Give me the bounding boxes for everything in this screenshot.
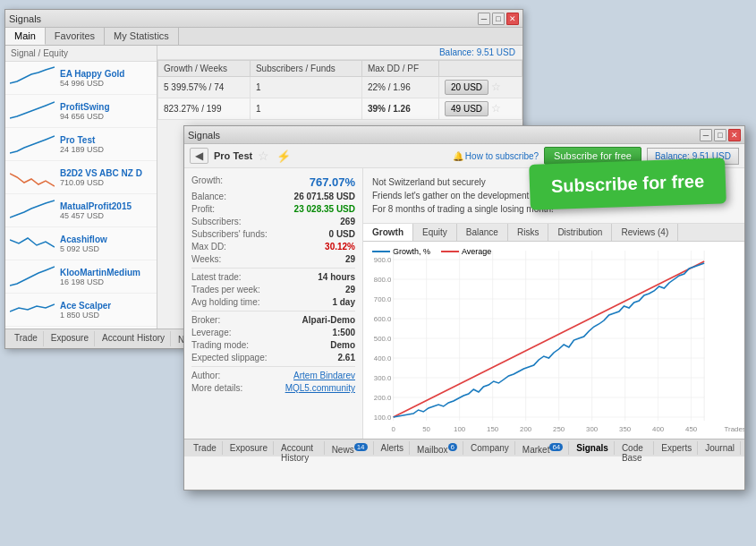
signal-name: Acashiflow xyxy=(60,235,107,244)
subscribe-overlay-button[interactable]: Subscribe for free xyxy=(529,158,726,210)
favorite-star-icon[interactable]: ☆ xyxy=(258,149,269,163)
front-window-controls: ─ □ ✕ xyxy=(700,129,741,141)
detail-body: Growth: 767.07% Balance: 26 071.58 USD P… xyxy=(184,168,744,439)
bottom-tab-trade[interactable]: Trade xyxy=(188,441,223,455)
bottom-tab-mailbox[interactable]: Mailbox6 xyxy=(412,441,463,455)
svg-text:450: 450 xyxy=(685,425,697,432)
table-row: 5 399.57% / 74 1 22% / 1.96 20 USD ☆ xyxy=(158,77,522,98)
profit-value: 23 028.35 USD xyxy=(294,204,355,214)
bottom-tab-experts[interactable]: Experts xyxy=(656,441,698,455)
maximize-button[interactable]: □ xyxy=(492,13,505,25)
bottom-tab-market[interactable]: Market64 xyxy=(517,441,569,455)
svg-text:800.0: 800.0 xyxy=(374,276,392,283)
stat-row-trading-mode: Trading mode: Demo xyxy=(191,340,355,350)
signal-info: KlooMartinMedium 16 198 USD xyxy=(60,268,140,286)
stat-row-sub-funds: Subscribers' funds: 0 USD xyxy=(191,229,355,239)
tab-favorites[interactable]: Favorites xyxy=(46,28,105,45)
stat-row-more-details: More details: MQL5.community xyxy=(191,383,355,393)
close-button[interactable]: ✕ xyxy=(728,129,741,141)
subscribe-price-button[interactable]: 20 USD xyxy=(445,80,488,95)
list-item[interactable]: B2D2 VS ABC NZ D 710.09 USD xyxy=(5,161,157,194)
trading-mode-value: Demo xyxy=(330,340,355,350)
signal-name: EA Happy Gold xyxy=(60,69,124,79)
chart-tab-risks[interactable]: Risks xyxy=(508,224,548,241)
more-details-label: More details: xyxy=(191,383,242,393)
market-badge: 64 xyxy=(549,443,563,451)
minimize-button[interactable]: ─ xyxy=(478,13,490,25)
signal-name: ProfitSwing xyxy=(60,102,110,112)
chart-tab-equity[interactable]: Equity xyxy=(413,224,457,241)
trading-mode-label: Trading mode: xyxy=(191,340,249,350)
svg-text:350: 350 xyxy=(619,425,631,432)
how-to-subscribe-link[interactable]: 🔔 How to subscribe? xyxy=(453,151,539,161)
chart-mini-icon xyxy=(10,132,55,157)
subscribe-price-button[interactable]: 49 USD xyxy=(445,101,488,116)
stat-row-author: Author: Artem Bindarev xyxy=(191,371,355,380)
list-item[interactable]: MatualProfit2015 45 457 USD xyxy=(5,194,157,227)
chart-tab-balance[interactable]: Balance xyxy=(457,224,508,241)
signal-value: 5 092 USD xyxy=(60,244,107,253)
maximize-button[interactable]: □ xyxy=(714,129,726,141)
list-item[interactable]: Pro Test 24 189 USD xyxy=(5,128,157,161)
bottom-tab-trade[interactable]: Trade xyxy=(9,331,44,346)
signal-value: 24 189 USD xyxy=(60,145,104,154)
minimize-button[interactable]: ─ xyxy=(700,129,712,141)
list-item[interactable]: EA Happy Gold 54 996 USD xyxy=(5,62,157,95)
svg-text:600.0: 600.0 xyxy=(374,315,392,322)
chart-tab-distribution[interactable]: Distribution xyxy=(548,224,612,241)
list-item[interactable]: KlooMartinMedium 16 198 USD xyxy=(5,260,157,294)
signal-name: Pro Test xyxy=(60,135,104,145)
stat-row-subscribers: Subscribers: 269 xyxy=(191,217,355,226)
author-link[interactable]: Artem Bindarev xyxy=(293,371,355,380)
bottom-tab-account-history[interactable]: Account History xyxy=(276,441,325,455)
back-window-titlebar: Signals ─ □ ✕ xyxy=(5,10,522,28)
bottom-tab-news[interactable]: News14 xyxy=(327,441,374,455)
bottom-tab-account-history[interactable]: Account History xyxy=(97,331,171,346)
chart-mini-icon xyxy=(10,165,55,190)
signal-icon: ⚡ xyxy=(276,149,291,163)
trades-per-week-value: 29 xyxy=(345,285,355,294)
back-window-controls: ─ □ ✕ xyxy=(478,13,519,25)
favorite-star-icon[interactable]: ☆ xyxy=(491,102,501,115)
favorite-star-icon[interactable]: ☆ xyxy=(491,81,501,93)
list-item[interactable]: Acashiflow 5 092 USD xyxy=(5,227,157,260)
chart-area: Growth, % Average xyxy=(363,242,744,439)
close-button[interactable]: ✕ xyxy=(506,13,519,25)
list-item[interactable]: Ace Scalper 1 850 USD xyxy=(5,294,157,327)
signal-info: B2D2 VS ABC NZ D 710.09 USD xyxy=(60,168,142,187)
bottom-tab-exposure[interactable]: Exposure xyxy=(46,331,95,346)
chart-tab-reviews[interactable]: Reviews (4) xyxy=(612,224,678,241)
signal-name: B2D2 VS ABC NZ D xyxy=(60,168,142,178)
signal-name: Ace Scalper xyxy=(60,301,111,311)
svg-text:300.0: 300.0 xyxy=(374,374,392,381)
growth-weeks-cell: 5 399.57% / 74 xyxy=(158,77,251,98)
bottom-tab-alerts[interactable]: Alerts xyxy=(376,441,411,455)
list-item[interactable]: ProfitSwing 94 656 USD xyxy=(5,95,157,128)
signal-info: EA Happy Gold 54 996 USD xyxy=(60,69,124,88)
col-subscribers-funds: Subscribers / Funds xyxy=(250,61,361,77)
chart-tab-growth[interactable]: Growth xyxy=(363,224,413,241)
maxdd-value: 30.12% xyxy=(325,242,355,252)
action-cell: 49 USD ☆ xyxy=(439,98,522,120)
tab-main[interactable]: Main xyxy=(5,28,46,45)
bottom-tab-journal[interactable]: Journal xyxy=(700,441,741,455)
col-growth-weeks: Growth / Weeks xyxy=(158,61,251,77)
chart-tabs: Growth Equity Balance Risks Distribution… xyxy=(363,224,744,242)
bottom-tab-exposure[interactable]: Exposure xyxy=(225,441,274,455)
tab-my-statistics[interactable]: My Statistics xyxy=(105,28,179,45)
more-details-link[interactable]: MQL5.community xyxy=(285,383,355,393)
sub-funds-label: Subscribers' funds: xyxy=(191,229,268,239)
latest-trade-value: 14 hours xyxy=(318,272,355,282)
profit-label: Profit: xyxy=(191,204,215,214)
bottom-tab-company[interactable]: Company xyxy=(465,441,515,455)
back-window-tabs: Main Favorites My Statistics xyxy=(5,28,522,46)
bottom-tab-code-base[interactable]: Code Base xyxy=(616,441,654,455)
bottom-tab-signals[interactable]: Signals xyxy=(571,441,615,455)
svg-text:100: 100 xyxy=(454,425,465,432)
svg-text:700.0: 700.0 xyxy=(374,295,392,303)
stat-row-avg-holding: Avg holding time: 1 day xyxy=(191,297,355,307)
back-button[interactable]: ◀ xyxy=(190,148,208,164)
avg-holding-label: Avg holding time: xyxy=(191,297,260,307)
weeks-label: Weeks: xyxy=(191,254,221,264)
stat-row-trades-per-week: Trades per week: 29 xyxy=(191,285,355,294)
